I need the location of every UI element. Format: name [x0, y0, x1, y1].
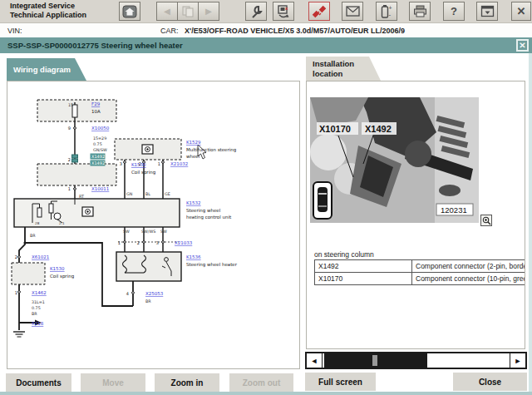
documents-history-button[interactable] [177, 2, 199, 21]
wiring-pin-number: 3 [120, 161, 122, 166]
installation-location-panel: X10170 X1492 120231 on steering column X [306, 81, 525, 349]
wiring-wire-spec: BL [145, 192, 150, 196]
vehicle-info-bar: VIN: CAR: X'/E53/OFF-ROAD VEHICLE/X5 3.0… [0, 23, 532, 37]
zoom-in-button[interactable]: Zoom in [155, 373, 219, 392]
move-button[interactable]: Move [81, 373, 145, 392]
wiring-pin-number: 2 [139, 161, 141, 166]
wiring-label: Coil spring [50, 274, 74, 279]
wiring-wire-spec: 31L=1 [32, 300, 45, 304]
wiring-link[interactable]: X61021 [32, 254, 49, 259]
home-button[interactable] [119, 2, 140, 21]
tab-install-label-1: Installation [313, 59, 381, 69]
zoom-out-button[interactable]: Zoom out [229, 373, 293, 392]
coil-spring-box-bottom [12, 263, 45, 284]
connector-x1492-mark [72, 155, 78, 158]
table-row: X10170 Component connector (10-pin, gree… [315, 273, 526, 285]
wiring-pin-number: 2 [137, 240, 140, 245]
wiring-link[interactable]: K1530 [50, 266, 65, 271]
wiring-pin-number: 4 [126, 291, 129, 296]
wiring-link[interactable]: X1462 [32, 290, 47, 295]
wiring-link[interactable]: X21033 [175, 240, 193, 245]
wiring-link[interactable]: K1529 [186, 140, 201, 145]
wiring-wire-spec: GE [165, 192, 170, 196]
vehicle-interface-icon: x [276, 4, 291, 19]
wiring-wire-spec: RT [79, 195, 84, 199]
wiring-wire-spec: SW/WS [141, 230, 155, 234]
close-button[interactable]: Close [453, 373, 527, 391]
back-button[interactable]: ◄ [156, 2, 178, 21]
svg-text:x: x [285, 6, 288, 11]
wiring-label: wheel [186, 154, 200, 159]
wiring-link[interactable]: X21032 [170, 161, 188, 166]
scroll-right-arrow[interactable]: ► [510, 353, 525, 368]
print-button[interactable] [409, 2, 431, 21]
workshop-tools-button[interactable] [245, 2, 267, 21]
wiring-label: Multifunction steering [186, 147, 236, 153]
right-accent-strip [529, 53, 532, 392]
wiring-diagram-panel: 15F2910A9X1005015=290.75GN/SW2X1492X1492… [7, 81, 300, 369]
bottom-accent-strip [0, 392, 532, 395]
vin-label: VIN: [7, 27, 22, 35]
battery-icon: + - [380, 4, 393, 19]
wiring-link[interactable]: X25053 [145, 291, 164, 296]
document-close-button[interactable]: ✕ [516, 39, 529, 52]
wiring-wire-spec: 0.75 [93, 142, 102, 146]
app-title: Integrated Service Technical Application [10, 2, 86, 20]
install-table-caption: on steering column [314, 250, 374, 259]
forward-button[interactable]: ► [198, 2, 219, 21]
coil-spring-box-top [37, 164, 116, 185]
app-title-line2: Technical Application [10, 11, 86, 20]
printer-icon [413, 5, 427, 17]
wiring-label: 10A [91, 109, 101, 114]
photo-zoom-button[interactable] [480, 215, 492, 226]
app-title-line1: Integrated Service [10, 2, 86, 11]
car-value: X'/E53/OFF-ROAD VEHICLE/X5 3.0d/M57/AUTO… [185, 27, 405, 35]
wiring-pin-number: 1 [158, 161, 160, 166]
vehicle-interface-button[interactable]: x [273, 2, 294, 21]
installation-photo: X10170 X1492 120231 [310, 97, 479, 223]
wiring-diagram-svg[interactable]: 15F2910A9X1005015=290.75GN/SW2X1492X1492… [7, 81, 299, 368]
wiring-internal-label: 2.1 [59, 221, 65, 225]
ista-window: Integrated Service Technical Application… [0, 0, 532, 395]
battery-button[interactable]: + - [376, 2, 397, 21]
full-screen-button[interactable]: Full screen [305, 373, 376, 391]
horizontal-scrollbar[interactable]: ◄ ► [305, 352, 527, 369]
exit-button[interactable]: ✕ [511, 2, 531, 21]
documents-button[interactable]: Documents [6, 373, 71, 392]
wiring-wire-spec: BR [30, 234, 36, 238]
help-icon: ? [451, 6, 457, 17]
tab-install-label-2: location [313, 69, 381, 79]
wiring-highlighted-label: X1492 [91, 154, 105, 159]
wiring-link[interactable]: K1536 [186, 254, 201, 259]
minimize-panel-button[interactable] [476, 2, 498, 21]
scrollbar-thumb[interactable] [324, 353, 427, 368]
tab-wiring-label: Wiring diagram [13, 65, 71, 74]
tab-installation-location[interactable]: Installation location [306, 57, 381, 81]
wiring-link[interactable]: K1532 [186, 200, 201, 205]
wiring-label: Steering wheel [186, 208, 221, 214]
magnifier-icon [482, 216, 491, 225]
wiring-link[interactable]: X10011 [91, 186, 109, 191]
wiring-pin-number: 2 [68, 157, 71, 162]
mail-button[interactable] [342, 2, 363, 21]
wiring-wire-spec: BR [145, 299, 151, 304]
wiring-pin-number: 3 [156, 240, 159, 245]
toolbar: Integrated Service Technical Application… [0, 0, 532, 23]
connector-table: X1492 Component connector (2-pin, bordea… [314, 259, 525, 285]
wiring-pin-number: 1 [68, 186, 71, 191]
scroll-left-arrow[interactable]: ◄ [307, 353, 322, 368]
window-icon [480, 5, 495, 17]
photo-label-x10170: X10170 [319, 124, 351, 134]
connection-button[interactable] [308, 2, 330, 21]
home-icon [122, 5, 137, 18]
connector-code: X1492 [315, 260, 412, 273]
scrollbar-grip[interactable] [372, 355, 377, 366]
scrollbar-track[interactable] [322, 353, 510, 368]
tab-wiring-diagram[interactable]: Wiring diagram [7, 58, 86, 81]
wiring-label: heating control unit [186, 215, 232, 220]
wiring-link[interactable]: X10050 [91, 126, 110, 131]
wiring-wire-spec: 15=29 [93, 136, 106, 141]
wiring-link[interactable]: F29 [91, 101, 101, 106]
help-button[interactable]: ? [443, 2, 465, 21]
wiring-link[interactable]: X218 [32, 321, 44, 326]
